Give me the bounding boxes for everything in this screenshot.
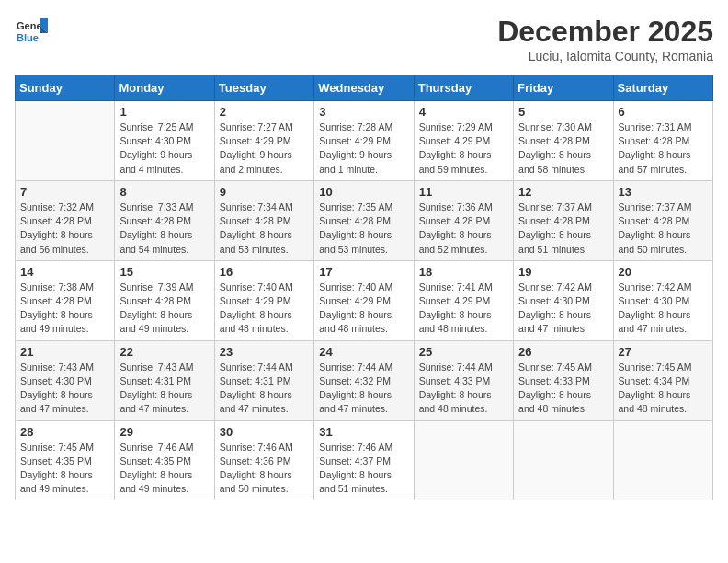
day-number: 22 bbox=[119, 345, 209, 359]
calendar-cell: 6Sunrise: 7:31 AM Sunset: 4:28 PM Daylig… bbox=[613, 101, 712, 181]
day-number: 3 bbox=[319, 105, 408, 119]
calendar-week-row: 21Sunrise: 7:43 AM Sunset: 4:30 PM Dayli… bbox=[16, 340, 713, 420]
day-number: 13 bbox=[619, 185, 708, 199]
day-detail: Sunrise: 7:43 AM Sunset: 4:31 PM Dayligh… bbox=[119, 361, 209, 417]
day-detail: Sunrise: 7:30 AM Sunset: 4:28 PM Dayligh… bbox=[518, 121, 608, 177]
calendar-cell: 18Sunrise: 7:41 AM Sunset: 4:29 PM Dayli… bbox=[414, 260, 513, 340]
calendar-cell: 10Sunrise: 7:35 AM Sunset: 4:28 PM Dayli… bbox=[314, 180, 414, 260]
calendar-cell: 5Sunrise: 7:30 AM Sunset: 4:28 PM Daylig… bbox=[514, 101, 613, 181]
day-number: 23 bbox=[220, 345, 309, 359]
calendar-week-row: 7Sunrise: 7:32 AM Sunset: 4:28 PM Daylig… bbox=[16, 180, 713, 260]
day-detail: Sunrise: 7:42 AM Sunset: 4:30 PM Dayligh… bbox=[619, 281, 708, 337]
calendar-week-row: 28Sunrise: 7:45 AM Sunset: 4:35 PM Dayli… bbox=[16, 420, 713, 500]
calendar-cell: 11Sunrise: 7:36 AM Sunset: 4:28 PM Dayli… bbox=[414, 180, 513, 260]
calendar-cell: 29Sunrise: 7:46 AM Sunset: 4:35 PM Dayli… bbox=[115, 420, 214, 500]
calendar-week-row: 1Sunrise: 7:25 AM Sunset: 4:30 PM Daylig… bbox=[16, 101, 713, 181]
weekday-header-monday: Monday bbox=[115, 75, 214, 101]
logo: General Blue bbox=[15, 15, 48, 48]
calendar-table: SundayMondayTuesdayWednesdayThursdayFrid… bbox=[15, 75, 713, 500]
calendar-cell: 22Sunrise: 7:43 AM Sunset: 4:31 PM Dayli… bbox=[115, 340, 214, 420]
day-number: 7 bbox=[20, 185, 109, 199]
day-detail: Sunrise: 7:34 AM Sunset: 4:28 PM Dayligh… bbox=[220, 201, 309, 257]
calendar-cell bbox=[414, 420, 513, 500]
calendar-cell: 16Sunrise: 7:40 AM Sunset: 4:29 PM Dayli… bbox=[214, 260, 313, 340]
weekday-header-wednesday: Wednesday bbox=[314, 75, 414, 101]
calendar-cell: 4Sunrise: 7:29 AM Sunset: 4:29 PM Daylig… bbox=[414, 101, 513, 181]
calendar-cell: 26Sunrise: 7:45 AM Sunset: 4:33 PM Dayli… bbox=[514, 340, 613, 420]
day-number: 29 bbox=[119, 425, 209, 439]
day-detail: Sunrise: 7:32 AM Sunset: 4:28 PM Dayligh… bbox=[20, 201, 109, 257]
day-detail: Sunrise: 7:29 AM Sunset: 4:29 PM Dayligh… bbox=[419, 121, 508, 177]
day-detail: Sunrise: 7:33 AM Sunset: 4:28 PM Dayligh… bbox=[119, 201, 209, 257]
day-detail: Sunrise: 7:27 AM Sunset: 4:29 PM Dayligh… bbox=[220, 121, 309, 177]
day-number: 5 bbox=[518, 105, 608, 119]
day-number: 11 bbox=[419, 185, 508, 199]
day-detail: Sunrise: 7:45 AM Sunset: 4:34 PM Dayligh… bbox=[619, 361, 708, 417]
day-detail: Sunrise: 7:45 AM Sunset: 4:35 PM Dayligh… bbox=[20, 441, 109, 497]
calendar-cell: 9Sunrise: 7:34 AM Sunset: 4:28 PM Daylig… bbox=[214, 180, 313, 260]
day-number: 27 bbox=[619, 345, 708, 359]
day-number: 21 bbox=[20, 345, 109, 359]
calendar-cell: 13Sunrise: 7:37 AM Sunset: 4:28 PM Dayli… bbox=[613, 180, 712, 260]
calendar-cell: 15Sunrise: 7:39 AM Sunset: 4:28 PM Dayli… bbox=[115, 260, 214, 340]
day-detail: Sunrise: 7:44 AM Sunset: 4:31 PM Dayligh… bbox=[220, 361, 309, 417]
calendar-cell bbox=[514, 420, 613, 500]
day-number: 10 bbox=[319, 185, 408, 199]
day-number: 12 bbox=[518, 185, 608, 199]
weekday-header-sunday: Sunday bbox=[16, 75, 115, 101]
day-number: 24 bbox=[319, 345, 408, 359]
day-number: 8 bbox=[119, 185, 209, 199]
day-detail: Sunrise: 7:44 AM Sunset: 4:32 PM Dayligh… bbox=[319, 361, 408, 417]
page-header: General Blue December 2025 Luciu, Ialomi… bbox=[15, 15, 713, 63]
calendar-week-row: 14Sunrise: 7:38 AM Sunset: 4:28 PM Dayli… bbox=[16, 260, 713, 340]
calendar-cell: 27Sunrise: 7:45 AM Sunset: 4:34 PM Dayli… bbox=[613, 340, 712, 420]
day-detail: Sunrise: 7:41 AM Sunset: 4:29 PM Dayligh… bbox=[419, 281, 508, 337]
title-block: December 2025 Luciu, Ialomita County, Ro… bbox=[497, 15, 713, 63]
day-number: 31 bbox=[319, 425, 408, 439]
calendar-cell: 25Sunrise: 7:44 AM Sunset: 4:33 PM Dayli… bbox=[414, 340, 513, 420]
day-number: 30 bbox=[220, 425, 309, 439]
month-title: December 2025 bbox=[497, 15, 713, 49]
day-number: 1 bbox=[119, 105, 209, 119]
day-detail: Sunrise: 7:40 AM Sunset: 4:29 PM Dayligh… bbox=[319, 281, 408, 337]
calendar-cell: 3Sunrise: 7:28 AM Sunset: 4:29 PM Daylig… bbox=[314, 101, 414, 181]
weekday-header-tuesday: Tuesday bbox=[214, 75, 313, 101]
day-number: 2 bbox=[220, 105, 309, 119]
day-detail: Sunrise: 7:31 AM Sunset: 4:28 PM Dayligh… bbox=[619, 121, 708, 177]
calendar-cell: 14Sunrise: 7:38 AM Sunset: 4:28 PM Dayli… bbox=[16, 260, 115, 340]
weekday-header-thursday: Thursday bbox=[414, 75, 513, 101]
day-number: 4 bbox=[419, 105, 508, 119]
day-detail: Sunrise: 7:40 AM Sunset: 4:29 PM Dayligh… bbox=[220, 281, 309, 337]
day-detail: Sunrise: 7:45 AM Sunset: 4:33 PM Dayligh… bbox=[518, 361, 608, 417]
calendar-cell: 30Sunrise: 7:46 AM Sunset: 4:36 PM Dayli… bbox=[214, 420, 313, 500]
calendar-cell: 17Sunrise: 7:40 AM Sunset: 4:29 PM Dayli… bbox=[314, 260, 414, 340]
calendar-cell bbox=[613, 420, 712, 500]
calendar-cell: 2Sunrise: 7:27 AM Sunset: 4:29 PM Daylig… bbox=[214, 101, 313, 181]
calendar-cell: 20Sunrise: 7:42 AM Sunset: 4:30 PM Dayli… bbox=[613, 260, 712, 340]
location: Luciu, Ialomita County, Romania bbox=[497, 49, 713, 63]
svg-text:Blue: Blue bbox=[17, 32, 39, 43]
day-detail: Sunrise: 7:36 AM Sunset: 4:28 PM Dayligh… bbox=[419, 201, 508, 257]
day-number: 9 bbox=[220, 185, 309, 199]
calendar-cell: 1Sunrise: 7:25 AM Sunset: 4:30 PM Daylig… bbox=[115, 101, 214, 181]
day-detail: Sunrise: 7:28 AM Sunset: 4:29 PM Dayligh… bbox=[319, 121, 408, 177]
day-number: 20 bbox=[619, 265, 708, 279]
calendar-cell: 31Sunrise: 7:46 AM Sunset: 4:37 PM Dayli… bbox=[314, 420, 414, 500]
day-number: 16 bbox=[220, 265, 309, 279]
day-detail: Sunrise: 7:46 AM Sunset: 4:37 PM Dayligh… bbox=[319, 441, 408, 497]
day-detail: Sunrise: 7:42 AM Sunset: 4:30 PM Dayligh… bbox=[518, 281, 608, 337]
day-detail: Sunrise: 7:25 AM Sunset: 4:30 PM Dayligh… bbox=[119, 121, 209, 177]
day-detail: Sunrise: 7:37 AM Sunset: 4:28 PM Dayligh… bbox=[518, 201, 608, 257]
calendar-cell: 28Sunrise: 7:45 AM Sunset: 4:35 PM Dayli… bbox=[16, 420, 115, 500]
general-blue-logo-icon: General Blue bbox=[15, 15, 48, 48]
day-number: 25 bbox=[419, 345, 508, 359]
day-detail: Sunrise: 7:35 AM Sunset: 4:28 PM Dayligh… bbox=[319, 201, 408, 257]
calendar-cell bbox=[16, 101, 115, 181]
day-detail: Sunrise: 7:39 AM Sunset: 4:28 PM Dayligh… bbox=[119, 281, 209, 337]
calendar-cell: 23Sunrise: 7:44 AM Sunset: 4:31 PM Dayli… bbox=[214, 340, 313, 420]
day-number: 15 bbox=[119, 265, 209, 279]
day-detail: Sunrise: 7:38 AM Sunset: 4:28 PM Dayligh… bbox=[20, 281, 109, 337]
day-detail: Sunrise: 7:43 AM Sunset: 4:30 PM Dayligh… bbox=[20, 361, 109, 417]
day-detail: Sunrise: 7:37 AM Sunset: 4:28 PM Dayligh… bbox=[619, 201, 708, 257]
day-detail: Sunrise: 7:44 AM Sunset: 4:33 PM Dayligh… bbox=[419, 361, 508, 417]
